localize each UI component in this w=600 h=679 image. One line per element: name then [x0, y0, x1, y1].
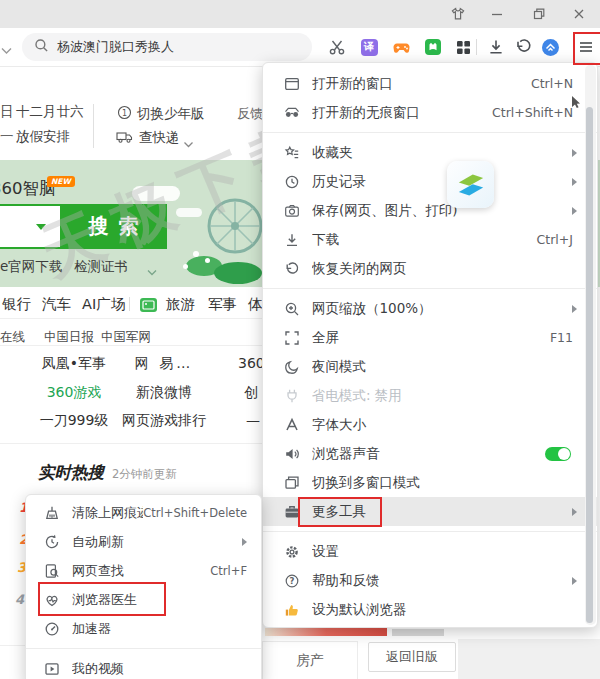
floating-app-icon[interactable]	[447, 161, 494, 208]
menu-item-briefcase[interactable]: 更多工具	[263, 497, 597, 526]
tab-real-estate[interactable]: 房产	[262, 641, 358, 679]
grid-link[interactable]: 360	[238, 355, 265, 371]
menu-item-download[interactable]: 下载Ctrl+J	[263, 225, 597, 254]
menu-item-multiwindow[interactable]: 切换到多窗口模式	[263, 468, 597, 497]
hot-rank-4: 4	[15, 592, 24, 607]
nav-item[interactable]: AI广场	[82, 295, 125, 314]
browser-window: 杨波澳门脱口秀换人 译 天极下载站 日	[0, 0, 600, 679]
nav-item[interactable]: 银行	[2, 295, 31, 314]
menu-item-label: 加速器	[72, 620, 249, 638]
download-icon[interactable]	[486, 37, 506, 57]
nav-item[interactable]: 军事	[208, 295, 237, 314]
grid-link[interactable]: 网页游戏排行	[118, 412, 210, 430]
menu-item-zoom[interactable]: 网页缩放（100%）	[263, 294, 597, 323]
network-app-icon[interactable]	[540, 37, 560, 57]
browser-sound-toggle[interactable]	[545, 447, 571, 461]
reader-icon[interactable]	[423, 37, 443, 57]
grid-link[interactable]: 凤凰•军事	[38, 355, 110, 373]
menu-item-gear[interactable]: 设置	[263, 537, 597, 566]
close-button[interactable]	[568, 5, 590, 23]
dropdown-triangle-icon[interactable]	[36, 224, 46, 230]
game-center-icon[interactable]	[391, 37, 411, 57]
menu-item-video[interactable]: 我的视频	[26, 654, 261, 679]
submenu-arrow-icon	[242, 538, 247, 546]
translate-icon[interactable]: 译	[359, 37, 379, 57]
menu-item-history[interactable]: 历史记录	[263, 167, 597, 196]
screenshot-scissors-icon[interactable]	[327, 37, 347, 57]
banner-edge	[265, 628, 387, 636]
teen-mode-link[interactable]: 切换少年版	[137, 105, 205, 123]
menu-item-window[interactable]: 打开新的窗口Ctrl+N	[263, 69, 597, 98]
search-input[interactable]: 杨波澳门脱口秀换人	[22, 33, 312, 61]
menu-item-autorefresh[interactable]: 自动刷新	[26, 527, 261, 556]
undo-icon[interactable]	[513, 37, 533, 57]
restore-button[interactable]	[528, 5, 550, 23]
chevron-down-icon[interactable]	[0, 41, 13, 60]
express-link[interactable]: 查快递	[139, 129, 180, 147]
help-icon: ?	[283, 572, 300, 589]
grid-link-highlight[interactable]: 360游戏	[38, 384, 110, 402]
hero-link-cert[interactable]: 检测证书	[74, 258, 128, 276]
menu-item-findpage[interactable]: 网页查找Ctrl+F	[26, 556, 261, 585]
footer-bg	[458, 639, 600, 679]
menu-item-shortcut: Ctrl+N	[531, 76, 573, 91]
nav-item[interactable]: 旅游	[166, 295, 195, 314]
translate-badge: 译	[361, 39, 378, 56]
hamburger-menu-icon[interactable]	[576, 37, 596, 57]
menu-item-label: 省电模式: 禁用	[312, 387, 579, 405]
hero-link-download[interactable]: e官网下载	[0, 258, 62, 276]
menu-item-moon[interactable]: 夜间模式	[263, 352, 597, 381]
subnav-item[interactable]: 中国日报	[44, 329, 94, 346]
hero-chevron-icon[interactable]	[146, 262, 158, 281]
menu-item-font[interactable]: 字体大小	[263, 410, 597, 439]
menu-item-help[interactable]: ?帮助和反馈	[263, 566, 597, 595]
menu-item-incognito[interactable]: 打开新的无痕窗口Ctrl+Shift+N	[263, 98, 597, 127]
menu-item-plug[interactable]: 省电模式: 禁用	[263, 381, 597, 410]
menu-scrollbar-thumb[interactable]	[586, 107, 593, 623]
holiday-link[interactable]: 放假安排	[16, 128, 70, 146]
express-chevron-icon[interactable]	[183, 134, 194, 153]
grid-link[interactable]: 创	[244, 384, 258, 402]
banner-edge	[392, 629, 444, 636]
menu-item-speedometer[interactable]: 加速器	[26, 614, 261, 643]
menu-item-broom[interactable]: 清除上网痕迹Ctrl+Shift+Delete	[26, 498, 261, 527]
menu-item-restore[interactable]: 恢复关闭的网页	[263, 254, 597, 283]
menu-item-camera[interactable]: 保存(网页、图片、打印)	[263, 196, 597, 225]
nav-item[interactable]: 体	[248, 295, 263, 314]
grid-link[interactable]: 网 易…	[118, 355, 210, 373]
subnav-item[interactable]: 中国军网	[101, 329, 151, 346]
flower-dot	[183, 264, 188, 269]
menu-item-speaker[interactable]: 浏览器声音	[263, 439, 597, 468]
back-to-old-version-button[interactable]: 返回旧版	[368, 642, 456, 672]
menu-separator	[263, 531, 597, 532]
more-tools-submenu: 清除上网痕迹Ctrl+Shift+Delete自动刷新网页查找Ctrl+F浏览器…	[25, 494, 262, 679]
subnav-item[interactable]: 在线	[0, 329, 25, 346]
grid-link[interactable]: 一刀999级	[36, 412, 112, 430]
history-icon	[283, 173, 300, 190]
minimize-button[interactable]	[486, 5, 508, 23]
multiwindow-icon	[283, 474, 300, 491]
grid-link[interactable]: 新浪微博	[118, 384, 210, 402]
hero-search-box[interactable]	[0, 204, 62, 249]
menu-item-doctor[interactable]: 浏览器医生	[26, 585, 261, 614]
divider	[0, 345, 262, 346]
grid-link[interactable]: —	[246, 412, 260, 428]
autorefresh-icon	[43, 533, 60, 550]
nav-item[interactable]: 汽车	[42, 295, 71, 314]
menu-item-thumbsup[interactable]: 设为默认浏览器	[263, 595, 597, 624]
search-icon	[34, 38, 49, 57]
hot-search-title: 实时热搜	[38, 462, 104, 484]
hero-search-button[interactable]: 搜索	[60, 204, 167, 249]
feedback-link[interactable]: 反馈	[237, 105, 263, 123]
apps-grid-icon[interactable]	[453, 37, 473, 57]
fullscreen-icon	[283, 329, 300, 346]
cloud-shape	[176, 208, 202, 217]
menu-item-shortcut: Ctrl+Shift+Delete	[143, 506, 247, 520]
menu-scrollbar-track[interactable]	[585, 65, 596, 625]
skin-shirt-icon[interactable]	[447, 5, 469, 23]
video-icon	[43, 660, 60, 677]
menu-item-star[interactable]: 收藏夹	[263, 138, 597, 167]
menu-item-fullscreen[interactable]: 全屏F11	[263, 323, 597, 352]
submenu-arrow-icon	[572, 577, 577, 585]
menu-item-label: 我的视频	[72, 660, 249, 678]
